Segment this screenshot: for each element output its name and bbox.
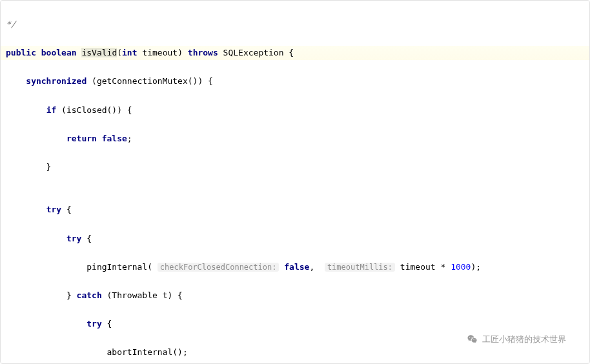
paren-close: ) — [178, 48, 188, 57]
keyword-boolean: boolean — [41, 48, 77, 57]
keyword-return: return — [66, 134, 97, 143]
keyword-throws: throws — [188, 48, 218, 57]
number-literal: 1000 — [451, 262, 471, 272]
code-line[interactable]: if (isClosed()) { — [6, 103, 589, 117]
code-line[interactable]: try { — [6, 203, 589, 217]
inline-hint-timeoutmillis: timeoutMillis: — [325, 263, 395, 272]
method-name: isValid — [81, 48, 117, 57]
keyword-synchronized: synchronized — [26, 76, 86, 86]
watermark: 工匠小猪猪的技术世界 — [467, 334, 566, 345]
code-editor[interactable]: */ public boolean isValid(int timeout) t… — [1, 1, 589, 364]
code-line[interactable]: return false; — [6, 132, 589, 146]
keyword-catch: catch — [77, 290, 102, 300]
keyword-try: try — [46, 205, 61, 214]
code-line[interactable]: synchronized (getConnectionMutex()) { — [6, 74, 589, 88]
keyword-false: false — [284, 262, 309, 272]
code-line[interactable]: } — [6, 160, 589, 174]
code-line[interactable]: } catch (Throwable t) { — [6, 288, 589, 303]
paren-open: ( — [117, 48, 122, 57]
keyword-int: int — [122, 48, 137, 57]
watermark-text: 工匠小猪猪的技术世界 — [482, 334, 566, 345]
code-line[interactable]: try { — [6, 317, 589, 331]
code-line[interactable]: pingInternal( checkForClosedConnection: … — [6, 260, 589, 274]
code-line[interactable]: try { — [6, 232, 589, 246]
keyword-try: try — [66, 234, 81, 243]
param-timeout: timeout — [142, 48, 178, 57]
keyword-if: if — [46, 105, 57, 115]
keyword-false: false — [102, 134, 127, 143]
javadoc-end: */ — [6, 19, 16, 29]
inline-hint-checkforclosed: checkForClosedConnection: — [158, 263, 280, 272]
method-signature-line[interactable]: public boolean isValid(int timeout) thro… — [1, 46, 589, 60]
wechat-icon — [467, 334, 478, 345]
code-line[interactable]: abortInternal(); — [6, 345, 589, 359]
keyword-public: public — [6, 48, 36, 57]
keyword-try: try — [86, 319, 101, 329]
throws-type: SQLException { — [218, 48, 294, 57]
